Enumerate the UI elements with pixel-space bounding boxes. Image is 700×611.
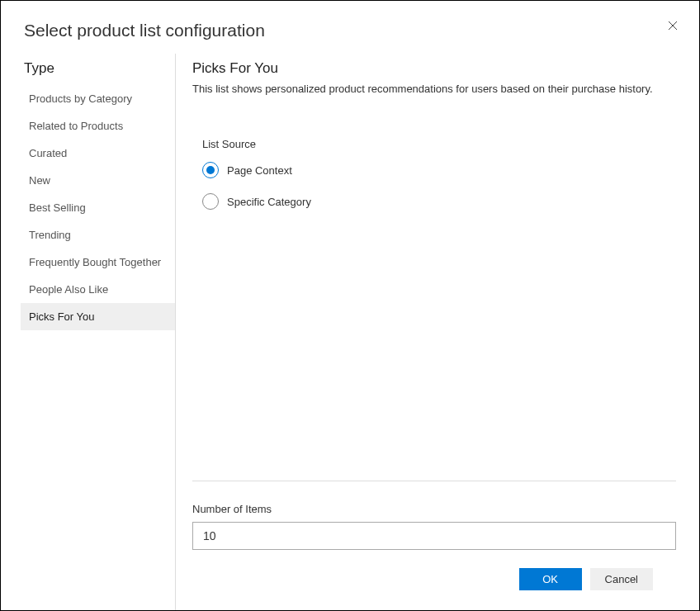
sidebar-item-picks-for-you[interactable]: Picks For You [21,303,175,330]
radio-specific-category[interactable]: Specific Category [202,193,676,210]
radio-icon [202,162,219,178]
radio-icon [202,193,219,210]
list-source-label: List Source [202,138,676,150]
sidebar-item-trending[interactable]: Trending [21,221,175,249]
sidebar-item-products-by-category[interactable]: Products by Category [21,85,175,112]
cancel-button[interactable]: Cancel [590,568,653,590]
sidebar-item-best-selling[interactable]: Best Selling [21,194,175,221]
radio-page-context-label: Page Context [227,164,292,177]
main-description: This list shows personalized product rec… [192,82,676,97]
type-list: Products by Category Related to Products… [24,85,175,330]
dialog-title: Select product list configuration [24,21,676,40]
close-icon [668,21,678,31]
sidebar-item-curated[interactable]: Curated [21,140,175,167]
ok-button[interactable]: OK [519,568,582,590]
sidebar-title: Type [24,60,175,77]
radio-page-context[interactable]: Page Context [202,162,676,178]
radio-specific-category-label: Specific Category [227,196,311,208]
sidebar-item-frequently-bought-together[interactable]: Frequently Bought Together [21,249,175,276]
close-button[interactable] [666,19,679,32]
type-sidebar: Type Products by Category Related to Pro… [1,54,176,610]
number-of-items-input[interactable] [192,522,676,550]
main-title: Picks For You [192,60,676,77]
sidebar-item-new[interactable]: New [21,167,175,194]
main-panel: Picks For You This list shows personaliz… [176,54,699,610]
sidebar-item-people-also-like[interactable]: People Also Like [21,276,175,303]
sidebar-item-related-to-products[interactable]: Related to Products [21,112,175,140]
number-of-items-label: Number of Items [192,503,676,515]
